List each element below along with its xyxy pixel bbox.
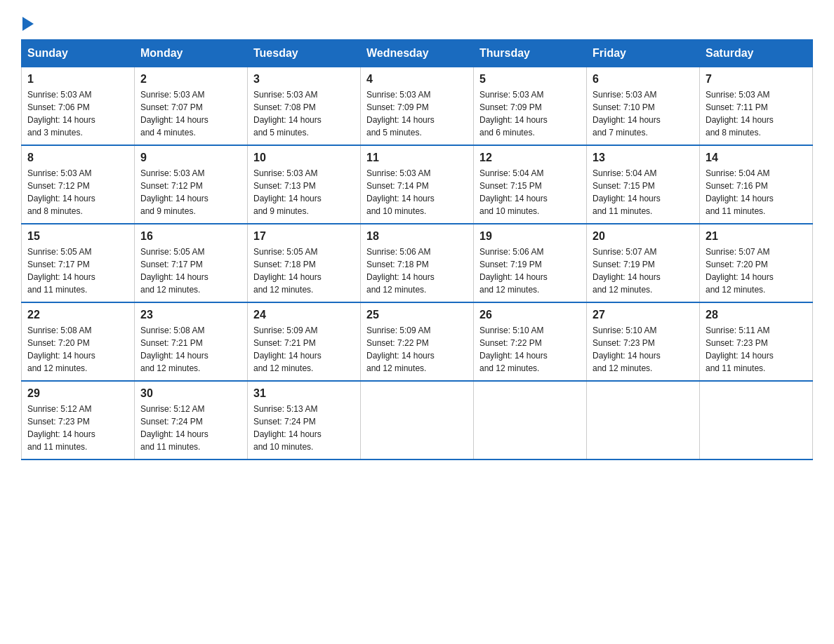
day-info: Sunrise: 5:03 AM Sunset: 7:09 PM Dayligh…	[366, 88, 468, 139]
day-number: 3	[253, 73, 355, 86]
day-info: Sunrise: 5:06 AM Sunset: 7:19 PM Dayligh…	[479, 246, 581, 296]
day-number: 10	[253, 152, 355, 164]
header-tuesday: Tuesday	[248, 40, 361, 67]
day-number: 15	[27, 230, 128, 243]
page-header	[21, 14, 813, 28]
calendar-cell: 18 Sunrise: 5:06 AM Sunset: 7:18 PM Dayl…	[361, 224, 474, 302]
day-number: 1	[27, 73, 128, 86]
calendar-cell: 30 Sunrise: 5:12 AM Sunset: 7:24 PM Dayl…	[135, 381, 248, 459]
calendar-cell: 2 Sunrise: 5:03 AM Sunset: 7:07 PM Dayli…	[135, 67, 248, 146]
day-info: Sunrise: 5:04 AM Sunset: 7:16 PM Dayligh…	[706, 167, 807, 217]
calendar-cell: 27 Sunrise: 5:10 AM Sunset: 7:23 PM Dayl…	[587, 302, 700, 381]
day-number: 19	[479, 230, 581, 243]
calendar-cell: 5 Sunrise: 5:03 AM Sunset: 7:09 PM Dayli…	[474, 67, 587, 146]
calendar-cell	[361, 381, 474, 459]
day-number: 25	[366, 309, 468, 321]
calendar-week-row: 29 Sunrise: 5:12 AM Sunset: 7:23 PM Dayl…	[22, 381, 813, 459]
day-number: 27	[593, 309, 694, 321]
day-info: Sunrise: 5:13 AM Sunset: 7:24 PM Dayligh…	[253, 403, 355, 453]
day-info: Sunrise: 5:03 AM Sunset: 7:10 PM Dayligh…	[593, 88, 694, 139]
day-info: Sunrise: 5:04 AM Sunset: 7:15 PM Dayligh…	[593, 167, 694, 217]
calendar-cell: 28 Sunrise: 5:11 AM Sunset: 7:23 PM Dayl…	[700, 302, 813, 381]
day-info: Sunrise: 5:03 AM Sunset: 7:08 PM Dayligh…	[253, 88, 355, 139]
calendar-week-row: 1 Sunrise: 5:03 AM Sunset: 7:06 PM Dayli…	[22, 67, 813, 146]
calendar-cell: 7 Sunrise: 5:03 AM Sunset: 7:11 PM Dayli…	[700, 67, 813, 146]
day-info: Sunrise: 5:08 AM Sunset: 7:20 PM Dayligh…	[27, 324, 128, 375]
day-info: Sunrise: 5:03 AM Sunset: 7:13 PM Dayligh…	[253, 167, 355, 217]
day-info: Sunrise: 5:07 AM Sunset: 7:19 PM Dayligh…	[593, 246, 694, 296]
day-number: 13	[593, 152, 694, 164]
calendar-table: SundayMondayTuesdayWednesdayThursdayFrid…	[21, 39, 813, 460]
calendar-cell: 22 Sunrise: 5:08 AM Sunset: 7:20 PM Dayl…	[22, 302, 135, 381]
calendar-cell: 19 Sunrise: 5:06 AM Sunset: 7:19 PM Dayl…	[474, 224, 587, 302]
day-number: 30	[140, 387, 241, 400]
calendar-cell	[700, 381, 813, 459]
day-number: 21	[706, 230, 807, 243]
day-info: Sunrise: 5:12 AM Sunset: 7:23 PM Dayligh…	[27, 403, 128, 453]
calendar-cell: 1 Sunrise: 5:03 AM Sunset: 7:06 PM Dayli…	[22, 67, 135, 146]
day-info: Sunrise: 5:03 AM Sunset: 7:14 PM Dayligh…	[366, 167, 468, 217]
day-number: 11	[366, 152, 468, 164]
calendar-week-row: 15 Sunrise: 5:05 AM Sunset: 7:17 PM Dayl…	[22, 224, 813, 302]
day-info: Sunrise: 5:12 AM Sunset: 7:24 PM Dayligh…	[140, 403, 241, 453]
day-number: 2	[140, 73, 241, 86]
day-number: 29	[27, 387, 128, 400]
day-number: 31	[253, 387, 355, 400]
calendar-cell: 16 Sunrise: 5:05 AM Sunset: 7:17 PM Dayl…	[135, 224, 248, 302]
calendar-cell: 17 Sunrise: 5:05 AM Sunset: 7:18 PM Dayl…	[248, 224, 361, 302]
calendar-cell	[474, 381, 587, 459]
day-number: 16	[140, 230, 241, 243]
calendar-cell: 14 Sunrise: 5:04 AM Sunset: 7:16 PM Dayl…	[700, 145, 813, 224]
header-thursday: Thursday	[474, 40, 587, 67]
calendar-cell: 23 Sunrise: 5:08 AM Sunset: 7:21 PM Dayl…	[135, 302, 248, 381]
day-info: Sunrise: 5:03 AM Sunset: 7:12 PM Dayligh…	[27, 167, 128, 217]
calendar-cell: 29 Sunrise: 5:12 AM Sunset: 7:23 PM Dayl…	[22, 381, 135, 459]
day-info: Sunrise: 5:09 AM Sunset: 7:22 PM Dayligh…	[366, 324, 468, 375]
header-saturday: Saturday	[700, 40, 813, 67]
calendar-cell: 6 Sunrise: 5:03 AM Sunset: 7:10 PM Dayli…	[587, 67, 700, 146]
header-friday: Friday	[587, 40, 700, 67]
day-number: 28	[706, 309, 807, 321]
day-number: 24	[253, 309, 355, 321]
day-number: 17	[253, 230, 355, 243]
day-info: Sunrise: 5:03 AM Sunset: 7:07 PM Dayligh…	[140, 88, 241, 139]
day-number: 18	[366, 230, 468, 243]
header-sunday: Sunday	[22, 40, 135, 67]
day-number: 14	[706, 152, 807, 164]
day-info: Sunrise: 5:05 AM Sunset: 7:17 PM Dayligh…	[27, 246, 128, 296]
logo	[21, 14, 34, 28]
calendar-cell: 13 Sunrise: 5:04 AM Sunset: 7:15 PM Dayl…	[587, 145, 700, 224]
day-number: 9	[140, 152, 241, 164]
header-monday: Monday	[135, 40, 248, 67]
day-info: Sunrise: 5:05 AM Sunset: 7:18 PM Dayligh…	[253, 246, 355, 296]
day-info: Sunrise: 5:05 AM Sunset: 7:17 PM Dayligh…	[140, 246, 241, 296]
day-number: 22	[27, 309, 128, 321]
calendar-cell: 20 Sunrise: 5:07 AM Sunset: 7:19 PM Dayl…	[587, 224, 700, 302]
day-info: Sunrise: 5:07 AM Sunset: 7:20 PM Dayligh…	[706, 246, 807, 296]
calendar-cell: 3 Sunrise: 5:03 AM Sunset: 7:08 PM Dayli…	[248, 67, 361, 146]
calendar-cell: 12 Sunrise: 5:04 AM Sunset: 7:15 PM Dayl…	[474, 145, 587, 224]
calendar-cell: 11 Sunrise: 5:03 AM Sunset: 7:14 PM Dayl…	[361, 145, 474, 224]
day-info: Sunrise: 5:10 AM Sunset: 7:23 PM Dayligh…	[593, 324, 694, 375]
logo-arrow-icon	[22, 17, 34, 31]
day-number: 5	[479, 73, 581, 86]
day-number: 26	[479, 309, 581, 321]
day-number: 4	[366, 73, 468, 86]
day-info: Sunrise: 5:09 AM Sunset: 7:21 PM Dayligh…	[253, 324, 355, 375]
calendar-cell: 4 Sunrise: 5:03 AM Sunset: 7:09 PM Dayli…	[361, 67, 474, 146]
day-info: Sunrise: 5:03 AM Sunset: 7:12 PM Dayligh…	[140, 167, 241, 217]
header-wednesday: Wednesday	[361, 40, 474, 67]
calendar-cell: 31 Sunrise: 5:13 AM Sunset: 7:24 PM Dayl…	[248, 381, 361, 459]
day-info: Sunrise: 5:03 AM Sunset: 7:09 PM Dayligh…	[479, 88, 581, 139]
day-number: 6	[593, 73, 694, 86]
calendar-cell: 24 Sunrise: 5:09 AM Sunset: 7:21 PM Dayl…	[248, 302, 361, 381]
calendar-cell: 10 Sunrise: 5:03 AM Sunset: 7:13 PM Dayl…	[248, 145, 361, 224]
calendar-week-row: 8 Sunrise: 5:03 AM Sunset: 7:12 PM Dayli…	[22, 145, 813, 224]
calendar-cell: 26 Sunrise: 5:10 AM Sunset: 7:22 PM Dayl…	[474, 302, 587, 381]
day-number: 12	[479, 152, 581, 164]
day-info: Sunrise: 5:04 AM Sunset: 7:15 PM Dayligh…	[479, 167, 581, 217]
day-info: Sunrise: 5:08 AM Sunset: 7:21 PM Dayligh…	[140, 324, 241, 375]
day-number: 8	[27, 152, 128, 164]
calendar-cell: 15 Sunrise: 5:05 AM Sunset: 7:17 PM Dayl…	[22, 224, 135, 302]
day-info: Sunrise: 5:11 AM Sunset: 7:23 PM Dayligh…	[706, 324, 807, 375]
